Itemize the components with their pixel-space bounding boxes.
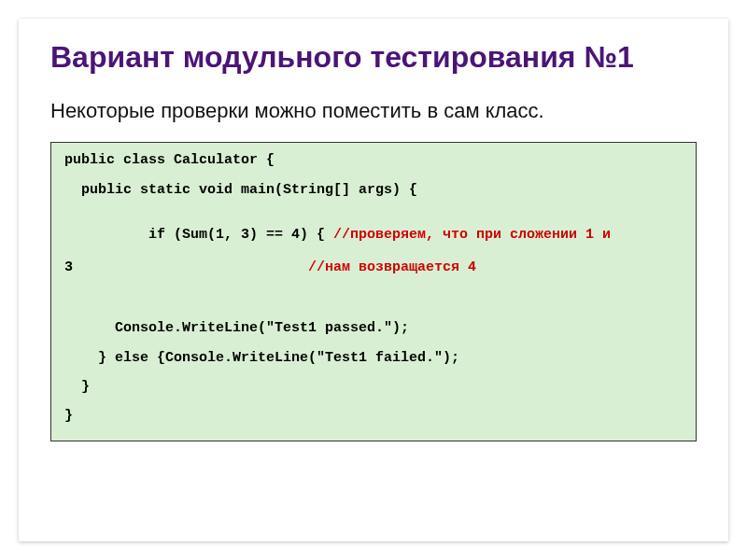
- code-text: if (Sum(1, 3) == 4) {: [115, 227, 333, 243]
- slide-title: Вариант модульного тестирования №1: [50, 39, 697, 75]
- code-line: } else {Console.WriteLine("Test1 failed.…: [64, 350, 683, 366]
- code-line: }: [64, 408, 683, 424]
- slide: Вариант модульного тестирования №1 Некот…: [19, 19, 728, 541]
- code-line: }: [64, 379, 683, 395]
- code-line: public static void main(String[] args) {: [64, 182, 683, 198]
- code-box: public class Calculator { public static …: [50, 142, 697, 441]
- code-line: public class Calculator {: [64, 152, 683, 168]
- slide-subtitle: Некоторые проверки можно поместить в сам…: [50, 99, 697, 123]
- code-line: if (Sum(1, 3) == 4) { //проверяем, что п…: [64, 211, 683, 308]
- code-comment: //проверяем, что при сложении 1 и: [333, 227, 611, 243]
- code-line: Console.WriteLine("Test1 passed.");: [64, 320, 683, 336]
